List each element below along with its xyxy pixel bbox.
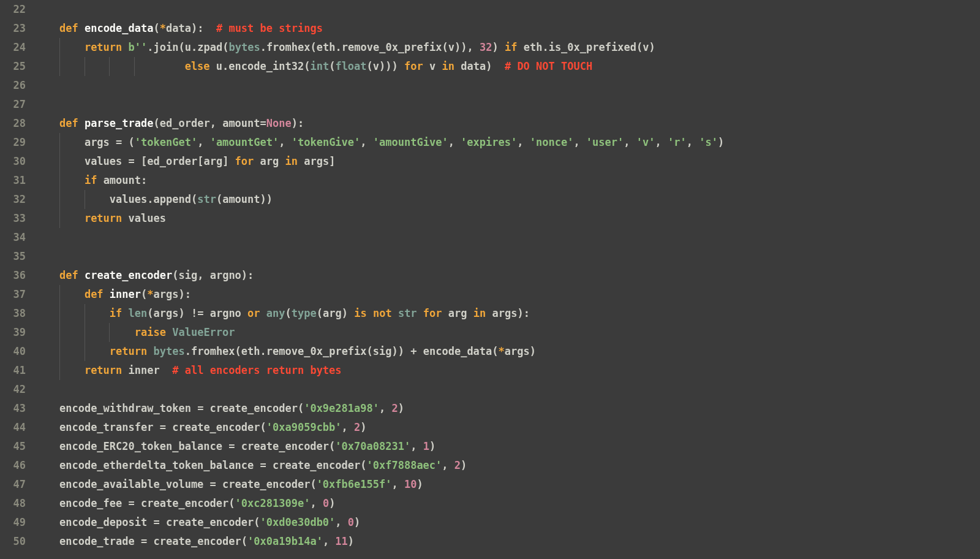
gutter: 2223242526272829303132333435363738394041… [0, 0, 34, 559]
token-kw: else [185, 60, 210, 72]
code-line[interactable]: return bytes.fromhex(eth.remove_0x_prefi… [34, 342, 980, 361]
code-line[interactable]: values = [ed_order[arg] for arg in args] [34, 152, 980, 171]
code-line[interactable]: def parse_trade(ed_order, amount=None): [34, 114, 980, 133]
token-op: ): [517, 307, 529, 319]
token-op: . [260, 41, 266, 53]
code-line[interactable]: def inner(*args): [34, 285, 980, 304]
code-line[interactable]: encode_deposit = create_encoder('0xd0e30… [34, 513, 980, 532]
code-line[interactable]: encode_transfer = create_encoder('0xa905… [34, 418, 980, 437]
token-op: : [141, 174, 147, 186]
token-op [34, 3, 59, 15]
code-line[interactable] [34, 380, 980, 399]
token-op: ( [310, 478, 316, 490]
token-op: , [335, 516, 347, 528]
token-kw: def [85, 288, 104, 300]
code-line[interactable]: encode_ERC20_token_balance = create_enco… [34, 437, 980, 456]
line-number: 33 [0, 209, 26, 228]
token-op [34, 174, 85, 186]
token-builtin: str [197, 193, 216, 205]
token-star: * [160, 22, 166, 34]
token-fn: inner [110, 288, 141, 300]
token-param: data [166, 22, 191, 34]
token-kw: or [247, 307, 260, 319]
code-line[interactable]: encode_fee = create_encoder('0xc281309e'… [34, 494, 980, 513]
token-id: u [216, 60, 222, 72]
token-op: ) [360, 421, 366, 433]
token-num: 1 [423, 440, 429, 452]
token-op [34, 459, 59, 471]
code-line[interactable] [34, 76, 980, 95]
line-number: 23 [0, 19, 26, 38]
token-op [417, 307, 423, 319]
token-op: , [279, 136, 291, 148]
token-id: u [185, 41, 191, 53]
token-id: create_encoder [273, 459, 360, 471]
token-builtin: str [398, 307, 417, 319]
token-op: = [260, 117, 266, 129]
token-op [34, 307, 110, 319]
line-number: 24 [0, 38, 26, 57]
code-line[interactable]: def create_encoder(sig, argno): [34, 266, 980, 285]
token-str: 'tokenGive' [292, 136, 361, 148]
code-line[interactable]: args = ('tokenGet', 'amountGet', 'tokenG… [34, 133, 980, 152]
token-op: ( [367, 60, 373, 72]
token-str: b'' [129, 41, 148, 53]
line-number: 46 [0, 456, 26, 475]
code-line[interactable]: else u.encode_int32(int(float(v))) for v… [34, 57, 980, 76]
code-line[interactable] [34, 228, 980, 247]
token-op: ): [179, 288, 191, 300]
token-kw: is not [354, 307, 391, 319]
token-op: )) [260, 193, 273, 205]
token-op: , [655, 136, 667, 148]
token-id: eth [241, 345, 260, 357]
token-op [104, 288, 110, 300]
code-line[interactable]: encode_trade = create_encoder('0x0a19b14… [34, 532, 980, 551]
code-line[interactable] [34, 247, 980, 266]
code-line[interactable]: encode_etherdelta_token_balance = create… [34, 456, 980, 475]
code-line[interactable]: if amount: [34, 171, 980, 190]
token-id: arg [323, 307, 342, 319]
token-op: ) [429, 440, 435, 452]
token-num: 2 [454, 459, 461, 471]
code-line[interactable]: if len(args) != argno or any(type(arg) i… [34, 304, 980, 323]
token-op: . [222, 60, 228, 72]
code-line[interactable] [34, 95, 980, 114]
token-op [423, 60, 429, 72]
token-op: , [624, 136, 636, 148]
token-op [34, 345, 110, 357]
token-comment: # DO NOT TOUCH [505, 60, 592, 72]
code-line[interactable]: return inner # all encoders return bytes [34, 361, 980, 380]
token-id: argno [210, 307, 241, 319]
code-area[interactable]: def encode_data(*data): # must be string… [34, 0, 980, 559]
token-op: ( [285, 307, 292, 319]
token-kw: if [505, 41, 517, 53]
token-op: = [ [122, 155, 147, 167]
token-op: = [153, 421, 172, 433]
token-op [34, 402, 59, 414]
code-line[interactable]: encode_available_volume = create_encoder… [34, 475, 980, 494]
token-op: , [323, 535, 335, 547]
token-id: args [85, 136, 110, 148]
token-op [260, 307, 266, 319]
token-op: ))) [379, 60, 404, 72]
token-op: ( [442, 41, 448, 53]
code-line[interactable] [34, 0, 980, 19]
token-op [34, 516, 59, 528]
token-id: fromhex [191, 345, 235, 357]
token-op: ) [461, 459, 467, 471]
code-line[interactable]: values.append(str(amount)) [34, 190, 980, 209]
token-op [122, 307, 128, 319]
token-param: ed_order [160, 117, 210, 129]
code-line[interactable]: return b''.join(u.zpad(bytes.fromhex(eth… [34, 38, 980, 57]
code-editor[interactable]: 2223242526272829303132333435363738394041… [0, 0, 980, 559]
token-op: , [442, 459, 454, 471]
token-builtin: type [292, 307, 317, 319]
code-line[interactable]: encode_withdraw_token = create_encoder('… [34, 399, 980, 418]
code-line[interactable]: return values [34, 209, 980, 228]
token-op [486, 307, 492, 319]
token-kw: return [85, 41, 122, 53]
code-line[interactable]: raise ValueError [34, 323, 980, 342]
token-op [34, 288, 85, 300]
token-id: remove_0x_prefix [266, 345, 367, 357]
code-line[interactable]: def encode_data(*data): # must be string… [34, 19, 980, 38]
